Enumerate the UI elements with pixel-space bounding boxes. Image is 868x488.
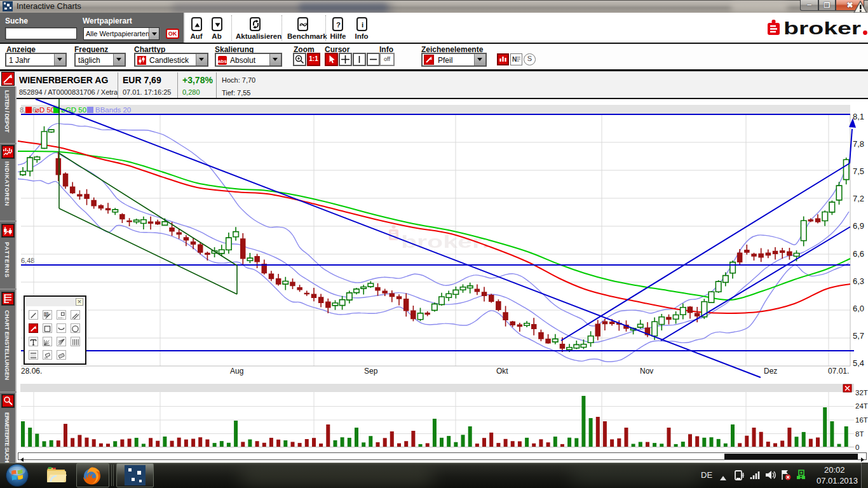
svg-text:8,1: 8,1 bbox=[853, 112, 864, 121]
svg-text:5,7: 5,7 bbox=[853, 331, 864, 341]
svg-text:6,9: 6,9 bbox=[853, 221, 864, 231]
svg-text:24T: 24T bbox=[855, 402, 868, 410]
svg-text:6,0: 6,0 bbox=[853, 304, 864, 313]
svg-text:BBands 20: BBands 20 bbox=[95, 106, 131, 114]
svg-text:8T: 8T bbox=[855, 430, 864, 438]
svg-text:6,3: 6,3 bbox=[853, 276, 864, 286]
svg-text:⌀D 50: ⌀D 50 bbox=[35, 106, 55, 114]
svg-text:07.01.: 07.01. bbox=[828, 367, 849, 376]
svg-text:Sep: Sep bbox=[364, 367, 378, 376]
svg-text:Nov: Nov bbox=[640, 367, 653, 376]
svg-text:6,48: 6,48 bbox=[21, 257, 34, 264]
svg-text:8,: 8, bbox=[20, 106, 25, 114]
svg-text:28.06.: 28.06. bbox=[21, 367, 42, 376]
svg-text:6,6: 6,6 bbox=[853, 249, 864, 259]
svg-text:0: 0 bbox=[855, 444, 859, 451]
svg-text:7,5: 7,5 bbox=[853, 166, 864, 176]
svg-text:5,4: 5,4 bbox=[853, 358, 864, 368]
svg-text:Okt: Okt bbox=[496, 367, 508, 376]
svg-text:Dez: Dez bbox=[764, 367, 777, 376]
svg-text:Aug: Aug bbox=[230, 367, 243, 376]
svg-text:7,8: 7,8 bbox=[853, 139, 864, 149]
svg-text:B: B bbox=[45, 313, 48, 316]
svg-text:32T: 32T bbox=[855, 389, 868, 396]
svg-text:7,2: 7,2 bbox=[853, 194, 864, 203]
svg-text:16T: 16T bbox=[855, 416, 868, 424]
